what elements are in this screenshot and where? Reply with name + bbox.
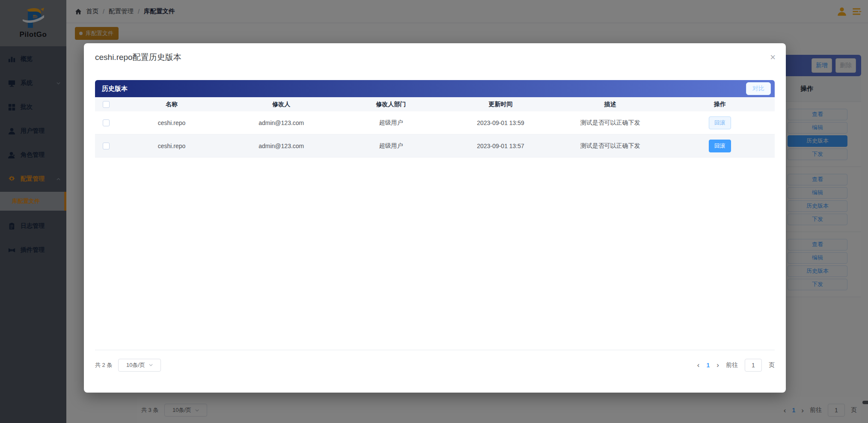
panel-title: 历史版本: [95, 85, 128, 93]
close-icon[interactable]: ×: [770, 53, 776, 62]
history-table: 名称 修改人 修改人部门 更新时间 描述 操作 ceshi.repo admin…: [95, 97, 775, 158]
page-number[interactable]: 1: [707, 362, 710, 369]
col-header-operation: 操作: [665, 101, 775, 108]
compare-button[interactable]: 对比: [746, 82, 771, 95]
dialog-title: ceshi.repo配置历史版本: [95, 52, 181, 63]
cell-updated: 2023-09-01 13:57: [446, 143, 556, 149]
goto-label: 前往: [726, 361, 738, 369]
history-row: ceshi.repo admin@123.com 超级用户 2023-09-01…: [95, 111, 775, 134]
cell-dept: 超级用户: [336, 119, 446, 127]
rollback-button[interactable]: 回滚: [709, 140, 731, 152]
cell-desc: 测试是否可以正确下发: [556, 142, 665, 150]
col-header-desc: 描述: [556, 101, 665, 108]
cell-desc: 测试是否可以正确下发: [556, 119, 665, 127]
history-dialog: ceshi.repo配置历史版本 × 历史版本 对比 名称 修改人 修改人部门 …: [84, 43, 786, 393]
cell-dept: 超级用户: [336, 142, 446, 150]
row-checkbox[interactable]: [103, 119, 110, 126]
page-size-value: 10条/页: [126, 361, 145, 369]
pager-controls: ‹ 1 › 前往 1 页: [697, 359, 775, 372]
total-count: 共 2 条: [95, 361, 112, 369]
chevron-down-icon: [149, 363, 153, 367]
cell-editor: admin@123.com: [226, 143, 336, 149]
select-all-checkbox[interactable]: [103, 101, 110, 108]
dialog-pagination: 共 2 条 10条/页 ‹ 1 › 前往 1 页: [95, 350, 775, 380]
next-page-arrow[interactable]: ›: [716, 361, 719, 369]
row-checkbox[interactable]: [103, 143, 110, 149]
history-row: ceshi.repo admin@123.com 超级用户 2023-09-01…: [95, 134, 775, 158]
history-table-header: 名称 修改人 修改人部门 更新时间 描述 操作: [95, 97, 775, 111]
cell-updated: 2023-09-01 13:59: [446, 119, 556, 126]
page-size-select[interactable]: 10条/页: [118, 359, 161, 372]
screen: PilotGo 概览 系统 批次 用户管理: [0, 0, 868, 423]
col-header-name: 名称: [117, 101, 226, 108]
prev-page-arrow[interactable]: ‹: [697, 361, 700, 369]
cell-name: ceshi.repo: [117, 143, 226, 149]
history-panel-header: 历史版本 对比: [95, 80, 775, 97]
goto-page-input[interactable]: 1: [745, 359, 762, 372]
rollback-button[interactable]: 回滚: [709, 116, 731, 129]
cell-name: ceshi.repo: [117, 119, 226, 126]
col-header-dept: 修改人部门: [336, 101, 446, 108]
page-unit-label: 页: [769, 361, 775, 369]
col-header-editor: 修改人: [226, 101, 336, 108]
cell-editor: admin@123.com: [226, 119, 336, 126]
col-header-updated: 更新时间: [446, 101, 556, 108]
